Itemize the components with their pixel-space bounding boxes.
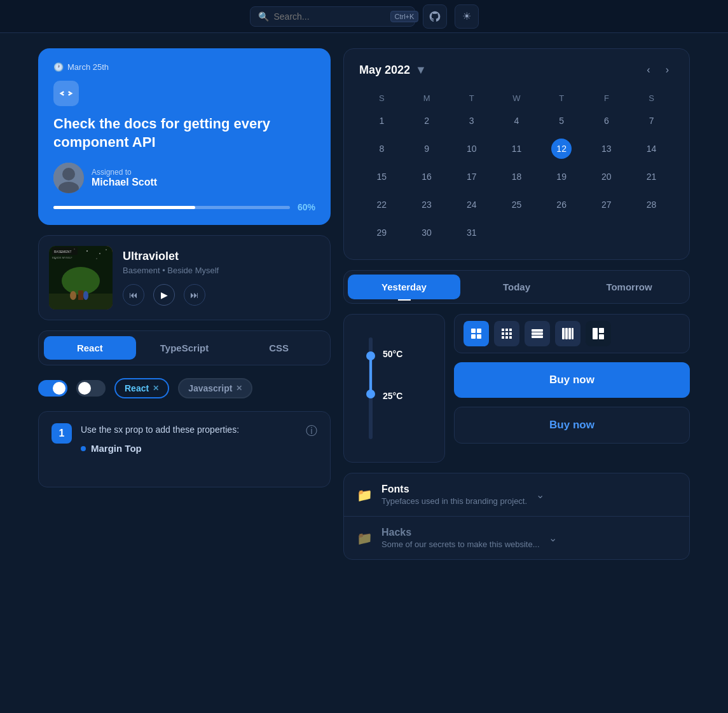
calendar-day[interactable]: 1 [359,107,404,135]
search-bar[interactable]: 🔍 Ctrl+K [250,6,415,27]
calendar-day[interactable]: 28 [629,191,674,219]
accordion-header-fonts[interactable]: 📁 Fonts Typefaces used in this branding … [344,473,689,516]
main-content: 🕐 March 25th Check the docs for getting … [0,33,728,575]
calendar-day[interactable]: 17 [449,163,494,191]
progress-percentage: 60% [298,202,315,212]
calendar-day[interactable]: 23 [404,191,450,219]
calendar-day[interactable]: 21 [629,163,674,191]
tab-yesterday[interactable]: Yesterday [348,275,460,299]
calendar-day [629,219,674,247]
album-art-image: BASEMENT BESIDE MYSELF [49,246,113,309]
calendar-title: May 2022 ▼ [359,64,427,77]
calendar-day [539,219,584,247]
calendar-day[interactable]: 31 [449,219,494,247]
calendar-day[interactable]: 4 [494,107,539,135]
calendar-day[interactable]: 26 [539,191,584,219]
tab-css[interactable]: CSS [233,336,325,360]
toggle-1-knob [53,382,65,395]
svg-rect-34 [532,336,543,338]
calendar-card: May 2022 ▼ ‹ › S M T W T F [343,48,690,260]
svg-rect-13 [78,290,83,300]
svg-text:BASEMENT: BASEMENT [54,250,72,254]
svg-rect-21 [471,334,476,339]
calendar-day [494,219,539,247]
icon-btn-1[interactable] [464,321,489,346]
icon-btn-4[interactable] [555,321,580,346]
calendar-day[interactable]: 5 [539,107,584,135]
rewind-button[interactable]: ⏮ [123,284,144,306]
chip-javascript[interactable]: Javascript ✕ [178,378,252,398]
calendar-day[interactable]: 11 [494,135,539,163]
day-header-sun: S [359,90,404,107]
toggle-2-knob [78,382,91,395]
svg-rect-28 [509,332,512,335]
music-subtitle: Basement • Beside Myself [123,266,320,275]
accordion-label-wrap-hacks: Hacks Some of our secrets to make this w… [381,527,540,549]
calendar-day[interactable]: 18 [494,163,539,191]
calendar-day[interactable]: 29 [359,219,404,247]
calendar-day[interactable]: 2 [404,107,450,135]
chip-react[interactable]: React ✕ [114,378,169,398]
calendar-day[interactable]: 24 [449,191,494,219]
github-button[interactable] [423,4,447,29]
calendar-day[interactable]: 15 [359,163,404,191]
calendar-day[interactable]: 3 [449,107,494,135]
tab-today[interactable]: Today [460,275,573,299]
icon-btn-2[interactable] [494,321,519,346]
chip-react-label: React [125,383,149,393]
calendar-day[interactable]: 7 [629,107,674,135]
theme-toggle-button[interactable]: ☀ [455,4,479,29]
instruction-title: Use the sx prop to add these properties: [81,423,297,437]
accordion-item-fonts: 📁 Fonts Typefaces used in this branding … [344,473,689,517]
calendar-day[interactable]: 13 [584,135,629,163]
tab-react[interactable]: React [44,336,136,360]
progress-bar-fill [53,206,195,209]
svg-rect-29 [502,336,504,339]
framework-tabs: React TypeScript CSS [38,330,331,365]
calendar-day[interactable]: 22 [359,191,404,219]
tab-typescript[interactable]: TypeScript [139,336,231,360]
calendar-day[interactable]: 27 [584,191,629,219]
buy-now-secondary-button[interactable]: Buy now [454,407,690,444]
accordion-label-fonts: Fonts [381,484,527,495]
icon-btn-3[interactable] [525,321,550,346]
svg-rect-23 [502,329,504,331]
toggle-1[interactable] [38,380,67,397]
calendar-day[interactable]: 8 [359,135,404,163]
prev-month-button[interactable]: ‹ [642,62,655,78]
next-month-button[interactable]: › [661,62,674,78]
top-nav: 🔍 Ctrl+K ☀ [0,0,728,33]
calendar-day[interactable]: 30 [404,219,450,247]
progress-bar-background [53,206,290,209]
buy-now-primary-button[interactable]: Buy now [454,362,690,398]
icon-btn-5[interactable] [586,321,611,346]
toggle-2[interactable] [76,380,106,397]
calendar-day[interactable]: 10 [449,135,494,163]
calendar-day[interactable]: 25 [494,191,539,219]
day-header-fri: F [584,90,629,107]
thermometer-card: 50°C 25°C [343,314,445,463]
rows-icon [532,329,543,338]
thermometer-wrap: 50°C 25°C [369,325,420,452]
fast-forward-button[interactable]: ⏭ [184,284,205,306]
calendar-day[interactable]: 14 [629,135,674,163]
svg-rect-40 [599,328,604,333]
calendar-day[interactable]: 12 [539,135,584,163]
play-button[interactable]: ▶ [153,284,175,306]
svg-rect-31 [509,336,512,339]
calendar-day[interactable]: 20 [584,163,629,191]
calendar-day[interactable]: 9 [404,135,450,163]
calendar-day[interactable]: 6 [584,107,629,135]
chip-react-close-icon[interactable]: ✕ [153,384,159,393]
calendar-day[interactable]: 16 [404,163,450,191]
calendar-nav: ‹ › [642,62,674,78]
calendar-day[interactable]: 19 [539,163,584,191]
search-input[interactable] [274,11,385,22]
dropdown-arrow-icon[interactable]: ▼ [415,64,427,77]
info-button[interactable]: ⓘ [306,423,317,438]
music-info: Ultraviolet Basement • Beside Myself ⏮ ▶… [123,250,320,306]
tab-tomorrow[interactable]: Tomorrow [573,275,685,299]
accordion-header-hacks[interactable]: 📁 Hacks Some of our secrets to make this… [344,517,689,559]
chip-javascript-close-icon[interactable]: ✕ [236,384,242,393]
instruction-text: Use the sx prop to add these properties:… [81,423,297,475]
